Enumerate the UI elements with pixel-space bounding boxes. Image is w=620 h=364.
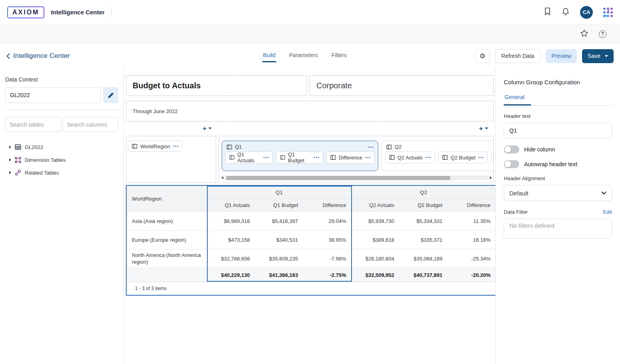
more-options-icon[interactable] bbox=[365, 157, 371, 158]
app-launcher-icon[interactable] bbox=[603, 8, 613, 17]
save-caret-down-icon[interactable] bbox=[605, 55, 608, 57]
column-icon bbox=[442, 155, 448, 160]
panel-title: Column Group Configuration bbox=[504, 79, 612, 86]
group-label: Q1 bbox=[235, 144, 242, 150]
edit-data-context-button[interactable] bbox=[103, 87, 118, 103]
search-columns-input[interactable] bbox=[63, 117, 119, 132]
header-alignment-label: Header Alignment bbox=[504, 175, 612, 181]
group-header-q2[interactable]: Q2 bbox=[352, 186, 496, 199]
hide-column-label: Hide column bbox=[524, 146, 555, 153]
value-cell: -7.98% bbox=[303, 249, 352, 268]
search-tables-input[interactable] bbox=[5, 117, 61, 132]
scrollbar-track[interactable] bbox=[225, 176, 489, 180]
notifications-bell-icon[interactable] bbox=[562, 7, 570, 17]
builder-tabs: Build Parameters Filters bbox=[262, 48, 348, 64]
header-text-input[interactable] bbox=[504, 123, 612, 139]
column-header[interactable]: Q2 Budget bbox=[399, 199, 448, 211]
settings-gear-button[interactable]: ⚙ bbox=[475, 49, 490, 63]
value-cell: $6,989,316 bbox=[207, 211, 255, 230]
more-options-icon[interactable] bbox=[314, 157, 319, 158]
tab-general[interactable]: General bbox=[504, 94, 531, 105]
add-caret-down-icon[interactable] bbox=[209, 127, 212, 129]
autowrap-header-toggle[interactable] bbox=[504, 160, 519, 168]
chip-label: Q1 Budget bbox=[288, 151, 311, 163]
scrollbar-thumb[interactable] bbox=[227, 176, 450, 180]
column-header[interactable]: Q2 Actuals bbox=[352, 199, 400, 211]
avatar[interactable]: CA bbox=[580, 6, 593, 19]
chip-worldregion[interactable]: WorldRegion bbox=[128, 141, 183, 152]
group-header-q1[interactable]: Q1 bbox=[207, 186, 352, 199]
column-group-q1[interactable]: Q1 Q1 Actuals Q1 bbox=[222, 141, 378, 171]
hide-column-toggle[interactable] bbox=[504, 145, 519, 153]
axiom-logo-text: AXIOM bbox=[8, 7, 44, 18]
bookmark-icon[interactable] bbox=[544, 7, 551, 17]
more-options-icon[interactable] bbox=[263, 157, 269, 158]
value-cell: $335,371 bbox=[399, 230, 448, 249]
data-filter-box[interactable]: No filters defined bbox=[504, 219, 612, 239]
edit-filter-link[interactable]: Edit bbox=[603, 209, 612, 215]
help-icon[interactable]: ? bbox=[599, 30, 606, 38]
add-element-left-button[interactable]: + bbox=[203, 125, 212, 132]
topbar-divider bbox=[111, 7, 111, 18]
save-label: Save bbox=[588, 53, 600, 59]
subtitle-box[interactable]: Through June 2022 bbox=[126, 101, 494, 121]
tab-parameters[interactable]: Parameters bbox=[288, 48, 319, 64]
expand-caret-icon[interactable] bbox=[9, 158, 11, 161]
tab-build[interactable]: Build bbox=[262, 48, 276, 64]
header-alignment-select[interactable]: Default bbox=[504, 185, 612, 201]
totals-cell: $40,737,891 bbox=[399, 268, 448, 282]
preview-button[interactable]: Preview bbox=[546, 49, 577, 63]
value-cell: 16.18% bbox=[448, 230, 496, 249]
column-header[interactable]: Q1 Budget bbox=[255, 199, 304, 211]
chip-label: Q2 Budget bbox=[451, 155, 475, 161]
tab-filters[interactable]: Filters bbox=[331, 48, 348, 64]
expand-caret-icon[interactable] bbox=[9, 145, 11, 149]
save-button[interactable]: Save bbox=[582, 49, 614, 63]
more-options-icon[interactable] bbox=[173, 145, 179, 147]
chip-q1-difference[interactable]: Difference bbox=[326, 151, 375, 163]
more-options-icon[interactable] bbox=[368, 146, 374, 148]
scroll-right-icon[interactable] bbox=[490, 176, 492, 179]
column-group-config-panel: Column Group Configuration General Heade… bbox=[495, 68, 620, 364]
scroll-left-icon[interactable] bbox=[221, 176, 223, 179]
column-group-q2[interactable]: Q2 Q2 Actuals Q2 Budget bbox=[382, 141, 494, 171]
link-icon bbox=[15, 170, 21, 176]
value-cell: $473,158 bbox=[207, 230, 255, 249]
chip-q1-actuals[interactable]: Q1 Actuals bbox=[225, 151, 273, 163]
row-dimension-zone: WorldRegion bbox=[126, 136, 216, 183]
value-cell: $26,180,604 bbox=[352, 249, 400, 268]
column-icon bbox=[389, 155, 395, 160]
chip-q2-actuals[interactable]: Q2 Actuals bbox=[385, 151, 435, 163]
entity-box[interactable]: Corporate bbox=[310, 75, 494, 96]
expand-caret-icon[interactable] bbox=[9, 171, 11, 174]
more-options-icon[interactable] bbox=[425, 157, 431, 158]
column-header[interactable]: Difference bbox=[303, 199, 352, 211]
region-column-header[interactable]: WorldRegion bbox=[127, 186, 207, 211]
app-title: Intelligence Center bbox=[51, 9, 104, 16]
data-context-input[interactable] bbox=[5, 87, 101, 103]
column-header[interactable]: Q1 Actuals bbox=[207, 199, 255, 211]
add-caret-down-icon[interactable] bbox=[485, 127, 488, 129]
refresh-data-button[interactable]: Refresh Data bbox=[495, 49, 541, 63]
chip-label: Q1 Actuals bbox=[237, 151, 260, 163]
chip-q1-budget[interactable]: Q1 Budget bbox=[276, 151, 323, 163]
totals-cell: $40,229,130 bbox=[207, 268, 255, 282]
favorite-star-icon[interactable] bbox=[580, 29, 588, 39]
tree-item-related-tables[interactable]: Related Tables bbox=[5, 166, 118, 179]
tree-item-gl2022[interactable]: GL2022 bbox=[5, 141, 118, 153]
value-cell: $35,609,235 bbox=[255, 249, 304, 268]
more-options-icon[interactable] bbox=[478, 157, 484, 158]
chip-label: Difference bbox=[339, 155, 362, 161]
horizontal-scrollbar[interactable] bbox=[221, 175, 492, 180]
report-title-box[interactable]: Budget to Actuals bbox=[126, 75, 307, 96]
header-text-label: Header text bbox=[504, 113, 612, 119]
add-element-right-button[interactable]: + bbox=[479, 125, 488, 132]
chip-q2-budget[interactable]: Q2 Budget bbox=[438, 151, 488, 163]
tree-item-dimension-tables[interactable]: Dimension Tables bbox=[5, 153, 118, 166]
back-label: Intelligence Center bbox=[13, 52, 70, 60]
column-header[interactable]: Difference bbox=[448, 199, 496, 211]
plus-icon: + bbox=[203, 125, 207, 132]
chip-q2-difference[interactable]: Difference bbox=[491, 151, 494, 163]
back-to-intelligence-center[interactable]: Intelligence Center bbox=[6, 52, 70, 60]
totals-cell: $41,366,163 bbox=[255, 268, 304, 282]
